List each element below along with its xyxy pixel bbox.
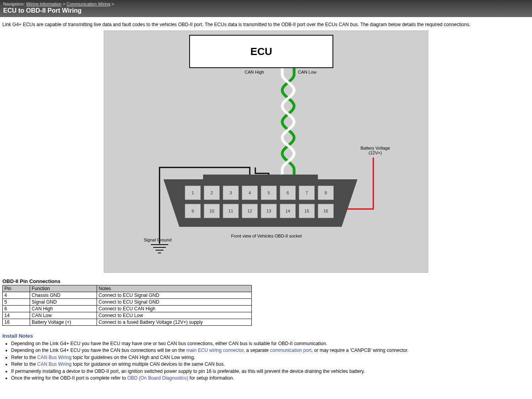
pin-12: 12: [242, 204, 258, 218]
table-row: 4Chassis GNDConnect to ECU Signal GND: [3, 292, 252, 299]
list-item: Depending on the Link G4+ ECU you have t…: [11, 340, 530, 347]
pin-5: 5: [261, 186, 277, 200]
page-title: ECU to OBD-II Port Wiring: [3, 7, 529, 14]
pin-13: 13: [261, 204, 277, 218]
can-low-label: CAN Low: [298, 70, 316, 74]
nav-label: Navigation:: [3, 2, 25, 6]
breadcrumb: Navigation: Wiring Information > Communi…: [3, 2, 529, 6]
pin-10: 10: [204, 204, 220, 218]
signal-ground-label: Signal Ground: [144, 238, 171, 242]
obd-connector: 1 2 3 4 5 6 7 8 9 10 11 12 13 14: [179, 179, 342, 227]
battery-voltage-label: Battery Voltage (12V+): [357, 146, 393, 155]
th-notes: Notes: [97, 285, 252, 292]
link-can-bus-wiring[interactable]: CAN Bus Wiring: [37, 361, 72, 367]
table-header-row: Pin Function Notes: [3, 285, 252, 292]
install-notes-heading: Install Notes: [2, 333, 530, 339]
pin-15: 15: [299, 204, 315, 218]
table-row: 5Signal GNDConnect to ECU Signal GND: [3, 299, 252, 306]
pin-8: 8: [318, 186, 334, 200]
diagram-container: ECU CAN High CAN Low Battery Voltage (12…: [104, 30, 428, 273]
link-obd[interactable]: OBD (On Board Diagnostics): [127, 375, 188, 381]
pin-6: 6: [280, 186, 296, 200]
pin-table-heading: OBD-II Pin Connections: [2, 278, 530, 284]
list-item: Depending on the Link G4+ ECU you have t…: [11, 347, 530, 354]
th-func: Function: [30, 285, 97, 292]
pin-9: 9: [185, 204, 201, 218]
list-item: If permanently installing a device to th…: [11, 368, 530, 375]
table-row: 14CAN LowConnect to ECU Low: [3, 312, 252, 319]
link-can-bus-wiring[interactable]: CAN Bus Wiring: [37, 355, 72, 360]
breadcrumb-sep: >: [112, 2, 114, 6]
pin-16: 16: [318, 204, 334, 218]
table-row: 6CAN HighConnect to ECU CAN High: [3, 306, 252, 312]
pin-11: 11: [223, 204, 239, 218]
connector-caption: Front view of Vehicles OBD-II socket: [223, 234, 310, 238]
pin-4: 4: [242, 186, 258, 200]
table-row: 16Battery Voltage (+)Connect to a fused …: [3, 319, 252, 326]
breadcrumb-link-1[interactable]: Wiring Information: [26, 2, 61, 6]
pin-7: 7: [299, 186, 315, 200]
list-item: Refer to the CAN Bus Wiring topic for gu…: [11, 354, 530, 361]
breadcrumb-link-2[interactable]: Communication Wiring: [66, 2, 110, 6]
intro-text: Link G4+ ECUs are capable of transmittin…: [2, 22, 530, 27]
pin-14: 14: [280, 204, 296, 218]
pin-connections-table: Pin Function Notes 4Chassis GNDConnect t…: [2, 285, 252, 326]
ecu-label: ECU: [251, 46, 272, 58]
link-main-ecu-connector[interactable]: main ECU wiring connector: [186, 348, 244, 353]
connector-body: 1 2 3 4 5 6 7 8 9 10 11 12 13 14: [179, 179, 342, 227]
list-item: Refer to the CAN Bus Wiring topic for gu…: [11, 361, 530, 368]
breadcrumb-sep: >: [63, 2, 65, 6]
connector-ridge: [203, 175, 318, 179]
th-pin: Pin: [3, 285, 30, 292]
pin-grid: 1 2 3 4 5 6 7 8 9 10 11 12 13 14: [185, 186, 334, 218]
list-item: Once the wiring for the OBD-II port is c…: [11, 375, 530, 382]
install-notes-list: Depending on the Link G4+ ECU you have t…: [11, 340, 530, 382]
pin-3: 3: [223, 186, 239, 200]
link-communication-port[interactable]: communication port: [270, 348, 312, 353]
can-high-label: CAN High: [245, 70, 264, 74]
content: Link G4+ ECUs are capable of transmittin…: [0, 17, 532, 385]
pin-2: 2: [204, 186, 220, 200]
pin-1: 1: [185, 186, 201, 200]
wiring-diagram: ECU CAN High CAN Low Battery Voltage (12…: [104, 30, 428, 273]
ecu-box: ECU: [189, 35, 333, 68]
nav-header: Navigation: Wiring Information > Communi…: [0, 0, 532, 17]
